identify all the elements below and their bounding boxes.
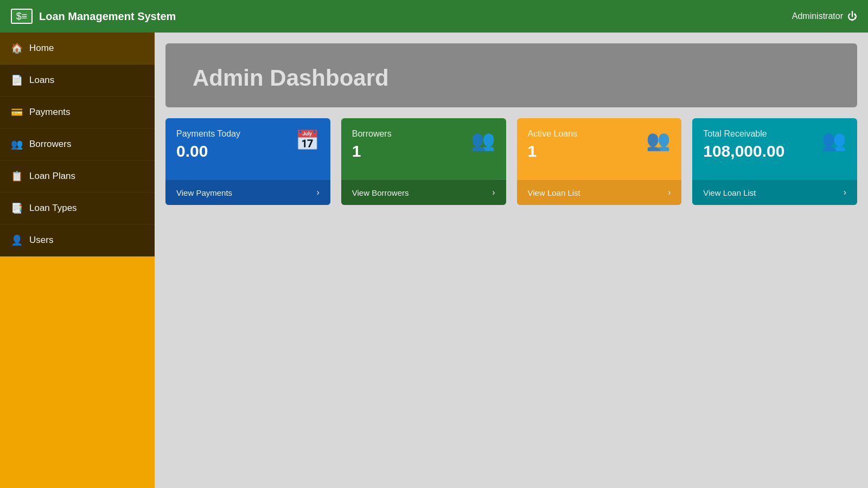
calendar-icon: 📅 (295, 129, 320, 152)
card-total-receivable: Total Receivable 108,000.00 👥 View Loan … (692, 118, 857, 205)
admin-name: Administrator (792, 11, 843, 21)
home-icon: 🏠 (11, 42, 23, 54)
payments-icon: 💳 (11, 106, 23, 118)
view-borrowers-label: View Borrowers (352, 188, 409, 197)
view-loan-list-link-2[interactable]: View Loan List › (692, 180, 857, 205)
loan-types-icon: 📑 (11, 202, 23, 214)
card-top-payments: Payments Today 0.00 📅 (165, 118, 330, 180)
view-payments-label: View Payments (176, 188, 232, 197)
sidebar-label-borrowers: Borrowers (29, 139, 71, 150)
loans-icon: 📄 (11, 74, 23, 86)
card-text-total-receivable: Total Receivable 108,000.00 (703, 129, 784, 160)
admin-label: Administrator ⏻ (792, 11, 857, 22)
view-borrowers-link[interactable]: View Borrowers › (341, 180, 506, 205)
users-icon: 👤 (11, 234, 23, 246)
view-payments-link[interactable]: View Payments › (165, 180, 330, 205)
borrowers-card-icon: 👥 (471, 129, 495, 152)
sidebar-item-loan-plans[interactable]: 📋 Loan Plans (0, 160, 155, 192)
chevron-right-icon-2: › (492, 188, 495, 197)
sidebar-label-users: Users (29, 235, 53, 246)
total-receivable-icon: 👥 (822, 129, 846, 152)
sidebar-label-loan-plans: Loan Plans (29, 171, 75, 182)
chevron-right-icon: › (316, 188, 319, 197)
card-borrowers: Borrowers 1 👥 View Borrowers › (341, 118, 506, 205)
card-label-active-loans: Active Loans (528, 129, 578, 139)
main-content: Admin Dashboard Payments Today 0.00 📅 Vi… (155, 33, 868, 488)
card-label-payments: Payments Today (176, 129, 240, 139)
card-value-payments: 0.00 (176, 142, 240, 160)
sidebar-item-loans[interactable]: 📄 Loans (0, 65, 155, 97)
dashboard-header: Admin Dashboard (165, 43, 857, 107)
card-text-borrowers: Borrowers 1 (352, 129, 392, 160)
sidebar-label-payments: Payments (29, 107, 71, 118)
power-icon[interactable]: ⏻ (847, 11, 857, 22)
chevron-right-icon-4: › (844, 188, 846, 197)
view-loan-list-link-1[interactable]: View Loan List › (517, 180, 682, 205)
card-top-active-loans: Active Loans 1 👥 (517, 118, 682, 180)
card-text-payments: Payments Today 0.00 (176, 129, 240, 160)
borrowers-icon: 👥 (11, 138, 23, 150)
loan-plans-icon: 📋 (11, 170, 23, 182)
card-active-loans: Active Loans 1 👥 View Loan List › (517, 118, 682, 205)
top-navbar: $≡ Loan Management System Administrator … (0, 0, 868, 33)
card-label-borrowers: Borrowers (352, 129, 392, 139)
card-top-total-receivable: Total Receivable 108,000.00 👥 (692, 118, 857, 180)
cards-container: Payments Today 0.00 📅 View Payments › Bo… (155, 118, 868, 216)
view-loan-list-label-1: View Loan List (528, 188, 580, 197)
card-value-active-loans: 1 (528, 142, 578, 160)
sidebar-label-home: Home (29, 43, 54, 54)
active-loans-icon: 👥 (646, 129, 671, 152)
sidebar-bottom-area (0, 256, 155, 488)
sidebar-item-home[interactable]: 🏠 Home (0, 33, 155, 65)
sidebar-item-payments[interactable]: 💳 Payments (0, 97, 155, 129)
card-text-active-loans: Active Loans 1 (528, 129, 578, 160)
sidebar-item-loan-types[interactable]: 📑 Loan Types (0, 192, 155, 224)
card-value-borrowers: 1 (352, 142, 392, 160)
card-top-borrowers: Borrowers 1 👥 (341, 118, 506, 180)
chevron-right-icon-3: › (668, 188, 671, 197)
sidebar: 🏠 Home 📄 Loans 💳 Payments 👥 Borrowers 📋 … (0, 33, 155, 488)
sidebar-label-loans: Loans (29, 75, 54, 86)
page-title: Admin Dashboard (193, 65, 830, 91)
sidebar-label-loan-types: Loan Types (29, 203, 77, 214)
card-label-total-receivable: Total Receivable (703, 129, 784, 139)
layout: 🏠 Home 📄 Loans 💳 Payments 👥 Borrowers 📋 … (0, 33, 868, 488)
card-value-total-receivable: 108,000.00 (703, 142, 784, 160)
app-title: Loan Management System (39, 10, 176, 23)
sidebar-item-users[interactable]: 👤 Users (0, 224, 155, 256)
logo-icon: $≡ (11, 9, 33, 24)
card-payments-today: Payments Today 0.00 📅 View Payments › (165, 118, 330, 205)
view-loan-list-label-2: View Loan List (703, 188, 756, 197)
topnav-left: $≡ Loan Management System (11, 9, 176, 24)
sidebar-item-borrowers[interactable]: 👥 Borrowers (0, 129, 155, 160)
